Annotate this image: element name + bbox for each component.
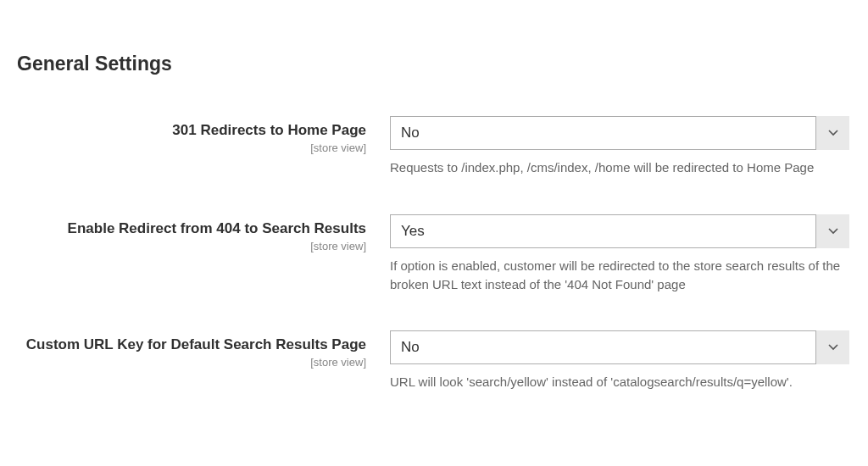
field-value-col: No URL will look 'search/yellow' instead… — [390, 330, 849, 391]
field-label-col: Enable Redirect from 404 to Search Resul… — [17, 214, 390, 252]
field-note-redirect-404: If option is enabled, customer will be r… — [390, 257, 849, 294]
field-label-col: 301 Redirects to Home Page [store view] — [17, 116, 390, 154]
select-redirect-home[interactable]: No — [390, 116, 849, 150]
field-label-col: Custom URL Key for Default Search Result… — [17, 330, 390, 369]
field-label-redirect-404: Enable Redirect from 404 to Search Resul… — [17, 219, 366, 238]
select-custom-url-key[interactable]: No — [390, 330, 849, 364]
field-custom-url-key: Custom URL Key for Default Search Result… — [17, 330, 851, 391]
field-note-custom-url-key: URL will look 'search/yellow' instead of… — [390, 373, 849, 391]
field-scope: [store view] — [17, 141, 366, 154]
field-redirect-home: 301 Redirects to Home Page [store view] … — [17, 116, 851, 177]
field-label-custom-url-key: Custom URL Key for Default Search Result… — [17, 336, 366, 354]
field-scope: [store view] — [17, 356, 366, 369]
select-wrap-redirect-home: No — [390, 116, 849, 150]
field-redirect-404: Enable Redirect from 404 to Search Resul… — [17, 214, 851, 294]
field-scope: [store view] — [17, 240, 366, 252]
field-label-redirect-home: 301 Redirects to Home Page — [17, 121, 366, 140]
section-title: General Settings — [17, 53, 851, 75]
field-value-col: No Requests to /index.php, /cms/index, /… — [390, 116, 849, 177]
field-note-redirect-home: Requests to /index.php, /cms/index, /hom… — [390, 158, 849, 177]
field-value-col: Yes If option is enabled, customer will … — [390, 214, 849, 294]
select-redirect-404[interactable]: Yes — [390, 214, 849, 248]
select-wrap-custom-url-key: No — [390, 330, 849, 364]
select-wrap-redirect-404: Yes — [390, 214, 849, 248]
